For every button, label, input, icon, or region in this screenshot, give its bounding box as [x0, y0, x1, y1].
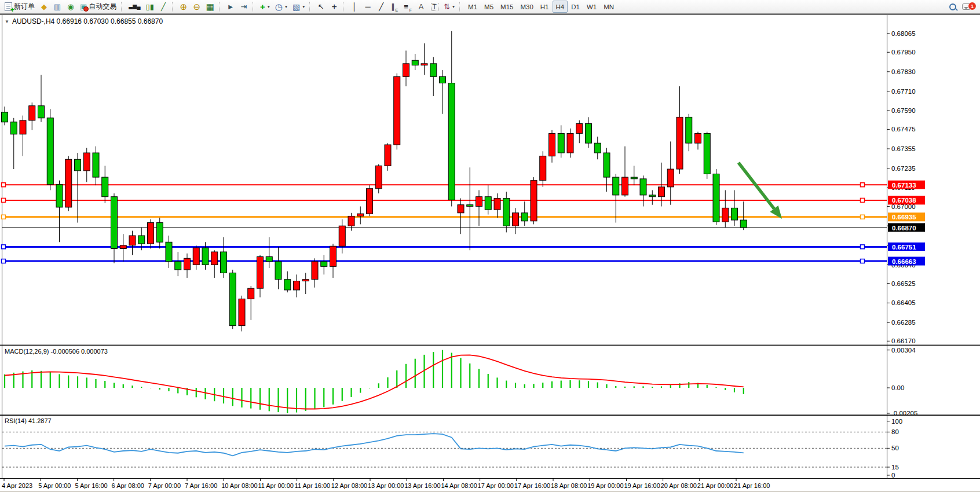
notifications-button[interactable]: 1 — [960, 1, 973, 13]
vertical-line-icon: │ — [352, 3, 357, 10]
time-tick-label: 7 Apr 00:00 — [148, 482, 181, 489]
timeframe-group: M1M5M15M30H1H4D1W1MN — [465, 1, 617, 13]
hline-handle[interactable] — [2, 259, 6, 263]
candle-body — [732, 208, 738, 220]
price-tick-label: 0.66525 — [891, 280, 916, 287]
hline-handle[interactable] — [861, 259, 865, 263]
price-tick-label: 0.67830 — [891, 68, 916, 75]
price-tick-label: 0.66285 — [891, 319, 916, 326]
candle-body — [184, 258, 191, 270]
timeframe-button-h1[interactable]: H1 — [537, 1, 553, 13]
candle-body — [686, 117, 692, 143]
fibonacci-tool-button[interactable]: ≡F — [401, 1, 414, 13]
templates-button[interactable]: ▧ ▾ — [290, 1, 307, 13]
candle-body — [193, 248, 199, 265]
auto-trading-button[interactable]: ▣ 自动交易 — [78, 1, 119, 13]
candle-body — [430, 64, 437, 76]
timeframe-button-w1[interactable]: W1 — [583, 1, 600, 13]
candle-body — [102, 177, 108, 197]
fibonacci-icon: ≡ — [404, 3, 408, 10]
market-watch-button[interactable]: ▥ — [51, 1, 64, 13]
candle-body — [713, 174, 719, 222]
timeframe-button-m5[interactable]: M5 — [481, 1, 497, 13]
signals-icon: ◉ — [67, 3, 74, 10]
candle-body — [138, 236, 145, 244]
channel-tool-button[interactable]: ∥E — [388, 1, 401, 13]
pane-bg-0 — [2, 15, 887, 344]
hline-handle[interactable] — [861, 183, 865, 187]
price-tick-label: 0.67590 — [891, 107, 916, 114]
tile-windows-button[interactable]: ▦ — [204, 1, 217, 13]
timeframe-button-h4[interactable]: H4 — [553, 1, 568, 13]
timeframe-button-d1[interactable]: D1 — [568, 1, 583, 13]
chart-canvas[interactable]: 0.680650.679500.678300.677100.675900.674… — [0, 14, 980, 491]
zoom-out-button[interactable]: ⊖ — [191, 1, 203, 13]
candle-body — [640, 179, 646, 195]
candle-body — [38, 106, 45, 118]
periods-button[interactable]: ◷ ▾ — [273, 1, 290, 13]
zoom-in-button[interactable]: ⊕ — [177, 1, 190, 13]
chart-candles-button[interactable]: ▯▮ — [144, 1, 156, 13]
trendline-tool-button[interactable]: ╱ — [375, 1, 387, 13]
indicators-button[interactable]: + ▾ — [258, 1, 272, 13]
toolbar-separator — [343, 2, 346, 12]
signals-button[interactable]: ◉ — [64, 1, 77, 13]
timeframe-button-m30[interactable]: M30 — [517, 1, 536, 13]
candle-body — [248, 288, 254, 299]
time-tick-label: 21 Apr 16:00 — [734, 482, 770, 489]
price-tick-label: 0.67950 — [891, 49, 916, 56]
candle-body — [375, 166, 382, 188]
toolbar-separator — [309, 2, 312, 12]
price-tag-label: 0.66751 — [892, 244, 916, 251]
line-chart-icon: ╱ — [161, 3, 166, 10]
chart-bars-button[interactable]: ▃▆▄ — [126, 1, 142, 13]
hline-handle[interactable] — [861, 215, 865, 219]
candle-body — [476, 197, 482, 207]
hline-handle[interactable] — [861, 198, 865, 202]
candle-body — [448, 83, 455, 200]
chart-shift-button[interactable]: ⇥ — [237, 1, 250, 13]
arrows-icon: ⇅ — [444, 3, 450, 10]
hline-handle[interactable] — [861, 245, 865, 249]
new-order-button[interactable]: 新订单 — [2, 1, 37, 13]
candle-body — [47, 118, 53, 185]
styler-button[interactable]: ◆ — [38, 1, 50, 13]
search-icon — [949, 3, 956, 10]
auto-scroll-button[interactable]: ▶ — [224, 1, 237, 13]
price-tag-label: 0.66663 — [892, 258, 916, 265]
hline-handle[interactable] — [2, 215, 6, 219]
price-tick-label: 0.67710 — [891, 88, 916, 95]
arrows-tool-button[interactable]: ⇅ ▾ — [441, 1, 457, 13]
time-tick-label: 17 Apr 16:00 — [514, 482, 550, 489]
candle-body — [576, 124, 583, 134]
cursor-tool-button[interactable]: ↖ — [315, 1, 327, 13]
timeframe-button-m1[interactable]: M1 — [465, 1, 481, 13]
candle-body — [412, 60, 418, 65]
horizontal-line-tool-button[interactable]: ─ — [361, 1, 374, 13]
zoom-out-icon: ⊖ — [193, 2, 201, 11]
chart-line-button[interactable]: ╱ — [157, 1, 170, 13]
candle-body — [613, 177, 619, 195]
text-tool-button[interactable]: A — [415, 1, 427, 13]
templates-icon: ▧ — [292, 3, 300, 11]
timeframe-button-mn[interactable]: MN — [600, 1, 617, 13]
time-tick-label: 13 Apr 00:00 — [368, 482, 404, 489]
label-tool-button[interactable]: T — [428, 1, 441, 13]
candle-body — [56, 185, 63, 207]
candle-body — [339, 226, 345, 246]
crosshair-tool-button[interactable]: + — [328, 1, 341, 13]
search-button[interactable] — [946, 1, 959, 13]
price-tag-label: 0.67038 — [892, 197, 916, 204]
vertical-line-tool-button[interactable]: │ — [348, 1, 361, 13]
collapse-triangle-icon[interactable]: ▼ — [5, 19, 9, 24]
equidistant-channel-icon: ∥ — [391, 3, 395, 10]
hline-handle[interactable] — [2, 183, 6, 187]
candle-body — [494, 199, 500, 210]
candle-body — [229, 273, 236, 326]
timeframe-button-m15[interactable]: M15 — [497, 1, 517, 13]
horizontal-line-icon: ─ — [365, 3, 371, 10]
time-tick-label: 14 Apr 08:00 — [441, 482, 477, 489]
hline-handle[interactable] — [2, 198, 6, 202]
hline-handle[interactable] — [2, 245, 6, 249]
price-tick-label: 0.67355 — [891, 145, 916, 152]
